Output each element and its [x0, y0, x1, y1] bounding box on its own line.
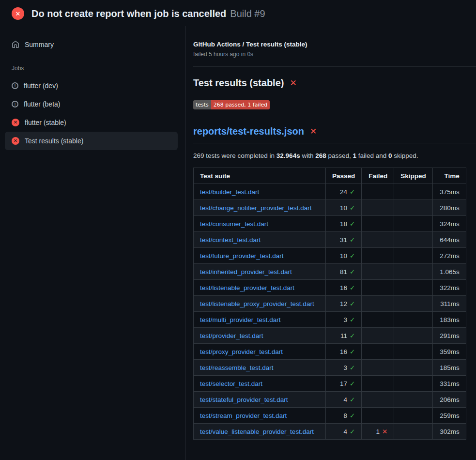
- check-icon: ✓: [350, 236, 355, 244]
- table-row: test/listenable_provider_test.dart16✓322…: [194, 280, 466, 296]
- passed-cell: 8✓: [326, 408, 362, 424]
- passed-cell: 4✓: [326, 392, 362, 408]
- test-suite-cell: test/provider_test.dart: [194, 328, 326, 344]
- passed-count: 4: [343, 396, 347, 403]
- check-icon: ✓: [350, 252, 355, 260]
- test-suite-link[interactable]: test/context_test.dart: [200, 236, 261, 244]
- section-title: Test results (stable) ✕: [193, 77, 476, 89]
- test-suite-link[interactable]: test/consumer_test.dart: [200, 220, 268, 228]
- passed-count: 10: [340, 204, 347, 212]
- skipped-cell: [394, 216, 433, 232]
- summary-text: with: [300, 152, 316, 159]
- test-suite-cell: test/multi_provider_test.dart: [194, 312, 326, 328]
- results-table-body: test/builder_test.dart24✓375mstest/chang…: [194, 184, 466, 440]
- passed-cell: 10✓: [326, 248, 362, 264]
- check-icon: ✓: [350, 428, 355, 435]
- test-suite-link[interactable]: test/stateful_provider_test.dart: [200, 396, 288, 403]
- test-suite-link[interactable]: test/listenable_proxy_provider_test.dart: [200, 300, 314, 307]
- test-suite-cell: test/value_listenable_provider_test.dart: [194, 424, 326, 440]
- time-cell: 291ms: [432, 328, 466, 344]
- skipped-cell: [394, 344, 433, 360]
- test-suite-cell: test/stateful_provider_test.dart: [194, 392, 326, 408]
- check-icon: ✓: [350, 316, 355, 323]
- sidebar: Summary Jobs !flutter (dev)!flutter (bet…: [0, 26, 186, 460]
- skipped-cell: [394, 312, 433, 328]
- badge-label: tests: [193, 100, 211, 109]
- jobs-heading: Jobs: [5, 52, 178, 77]
- failed-cell: 1✕: [362, 424, 394, 440]
- test-suite-link[interactable]: test/change_notifier_provider_test.dart: [200, 204, 311, 212]
- failed-cell: [362, 264, 394, 280]
- passed-count: 4: [343, 428, 347, 435]
- passed-count: 11: [340, 332, 347, 339]
- time-cell: 359ms: [432, 344, 466, 360]
- test-suite-link[interactable]: test/value_listenable_provider_test.dart: [200, 428, 314, 435]
- table-row: test/reassemble_test.dart3✓185ms: [194, 360, 466, 376]
- sidebar-job-item[interactable]: ✕flutter (stable): [5, 113, 178, 132]
- check-icon: ✓: [350, 396, 355, 403]
- summary-label: Summary: [25, 41, 54, 48]
- time-cell: 331ms: [432, 376, 466, 392]
- check-icon: ✓: [350, 380, 355, 387]
- sidebar-job-item[interactable]: !flutter (dev): [5, 77, 178, 95]
- report-file-link[interactable]: reports/test-results.json: [193, 126, 304, 137]
- test-suite-link[interactable]: test/builder_test.dart: [200, 188, 259, 196]
- passed-cell: 3✓: [326, 312, 362, 328]
- check-icon: ✓: [350, 300, 355, 307]
- test-suite-link[interactable]: test/multi_provider_test.dart: [200, 316, 281, 323]
- table-row: test/context_test.dart31✓644ms: [194, 232, 466, 248]
- section-title-text: Test results (stable): [193, 77, 284, 89]
- time-cell: 1.065s: [432, 264, 466, 280]
- failed-count: 1: [376, 428, 380, 435]
- test-suite-cell: test/future_provider_test.dart: [194, 248, 326, 264]
- failed-cell: [362, 280, 394, 296]
- skipped-cell: [394, 296, 433, 312]
- test-suite-link[interactable]: test/reassemble_test.dart: [200, 364, 274, 371]
- sidebar-job-item[interactable]: ✕Test results (stable): [5, 132, 178, 150]
- time-cell: 324ms: [432, 216, 466, 232]
- skipped-cell: [394, 424, 433, 440]
- passed-count: 10: [340, 252, 347, 260]
- table-row: test/value_listenable_provider_test.dart…: [194, 424, 466, 440]
- passed-cell: 81✓: [326, 264, 362, 280]
- check-icon: ✓: [350, 204, 355, 212]
- time-cell: 185ms: [432, 360, 466, 376]
- test-suite-link[interactable]: test/proxy_provider_test.dart: [200, 348, 283, 355]
- divider: [193, 66, 476, 67]
- main-content: GitHub Actions / Test results (stable) f…: [186, 26, 476, 460]
- col-header-time: Time: [432, 168, 466, 184]
- x-circle-fill-icon: ✕: [12, 137, 19, 145]
- failed-cell: [362, 200, 394, 216]
- test-suite-link[interactable]: test/selector_test.dart: [200, 380, 262, 387]
- test-suite-link[interactable]: test/future_provider_test.dart: [200, 252, 284, 260]
- job-label: flutter (beta): [24, 100, 60, 108]
- time-cell: 206ms: [432, 392, 466, 408]
- passed-cell: 4✓: [326, 424, 362, 440]
- test-suite-cell: test/listenable_provider_test.dart: [194, 280, 326, 296]
- x-icon: ✕: [382, 428, 387, 435]
- breadcrumb: GitHub Actions / Test results (stable): [193, 41, 476, 48]
- test-suite-link[interactable]: test/provider_test.dart: [200, 332, 263, 339]
- skipped-cell: [394, 376, 433, 392]
- passed-cell: 18✓: [326, 216, 362, 232]
- test-suite-link[interactable]: test/listenable_provider_test.dart: [200, 284, 294, 291]
- failed-cell: [362, 248, 394, 264]
- test-suite-link[interactable]: test/inherited_provider_test.dart: [200, 268, 292, 276]
- passed-count: 31: [340, 236, 347, 244]
- time-cell: 280ms: [432, 200, 466, 216]
- job-label: Test results (stable): [25, 137, 83, 145]
- skipped-cell: [394, 264, 433, 280]
- check-icon: ✓: [350, 268, 355, 276]
- passed-count: 3: [343, 316, 347, 323]
- summary-text: 269 tests were completed in: [193, 152, 276, 159]
- test-suite-link[interactable]: test/stream_provider_test.dart: [200, 412, 287, 419]
- sidebar-job-item[interactable]: !flutter (beta): [5, 95, 178, 113]
- failed-cell: [362, 296, 394, 312]
- summary-text: failed and: [356, 152, 388, 159]
- x-circle-fill-icon: ✕: [12, 7, 24, 20]
- sidebar-item-summary[interactable]: Summary: [5, 37, 178, 52]
- passed-count: 81: [340, 268, 347, 276]
- check-icon: ✓: [350, 220, 355, 228]
- check-run-header: ✕ Do not create report when job is cance…: [0, 0, 476, 26]
- failed-cell: [362, 360, 394, 376]
